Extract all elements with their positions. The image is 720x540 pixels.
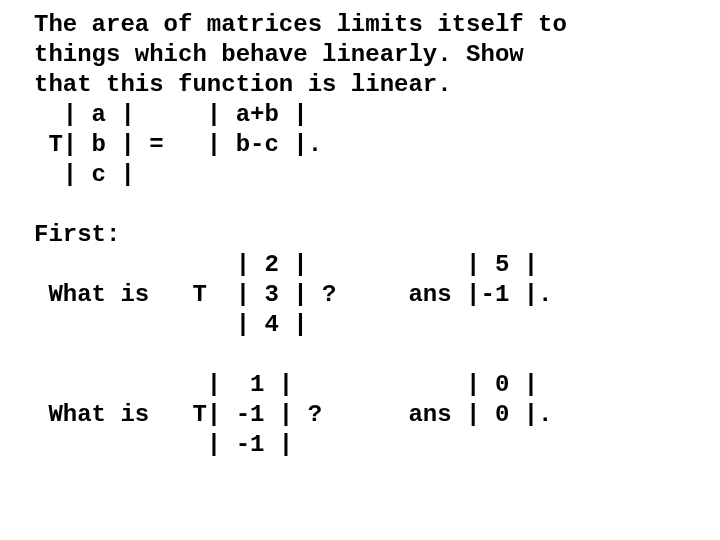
text-line: | 1 | | 0 | xyxy=(34,371,538,398)
text-line: What is T| -1 | ? ans | 0 |. xyxy=(34,401,552,428)
text-line: What is T | 3 | ? ans |-1 |. xyxy=(34,281,552,308)
text-line: | c | xyxy=(34,161,135,188)
text-line: | 2 | | 5 | xyxy=(34,251,538,278)
text-line: The area of matrices limits itself to xyxy=(34,11,567,38)
math-document: The area of matrices limits itself to th… xyxy=(0,0,720,460)
text-line: that this function is linear. xyxy=(34,71,452,98)
text-line: | a | | a+b | xyxy=(34,101,308,128)
text-line: T| b | = | b-c |. xyxy=(34,131,322,158)
text-line: | 4 | xyxy=(34,311,308,338)
text-line: things which behave linearly. Show xyxy=(34,41,524,68)
text-line: First: xyxy=(34,221,120,248)
text-line: | -1 | xyxy=(34,431,293,458)
